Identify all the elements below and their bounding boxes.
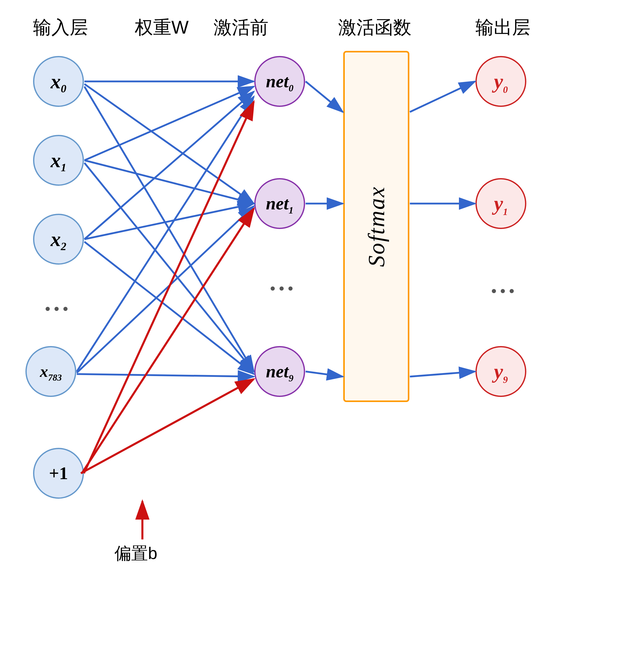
arrow-x1-net0 — [84, 87, 254, 160]
header-output-layer: 输出层 — [475, 15, 530, 40]
softmax-label: Softmax — [363, 186, 390, 267]
hidden-dots: ... — [270, 267, 296, 296]
header-pre-activation: 激活前 — [214, 15, 269, 40]
header-weight-w: 权重W — [135, 15, 189, 40]
arrow-net0-softmax — [306, 81, 343, 112]
input-dots: ... — [45, 288, 71, 317]
output-node-y9: y 9 — [475, 346, 526, 397]
header-input-layer: 输入层 — [33, 15, 88, 40]
arrow-x1-net1 — [84, 160, 254, 203]
input-node-x0: x 0 — [33, 56, 84, 107]
softmax-box: Softmax — [343, 51, 409, 402]
hidden-node-net1: net 1 — [254, 178, 305, 229]
hidden-node-net0: net 0 — [254, 56, 305, 107]
arrow-x2-net1 — [84, 203, 254, 239]
arrow-x0-net9 — [84, 87, 254, 371]
input-node-x1: x 1 — [33, 135, 84, 186]
arrow-net9-softmax — [306, 371, 343, 377]
arrow-bias-net9 — [81, 379, 254, 473]
arrows-svg — [0, 0, 627, 672]
arrow-x0-net1 — [84, 84, 254, 203]
diagram-container: 输入层 权重W 激活前 激活函数 输出层 x 0 x 1 x 2 ... x 7… — [0, 0, 627, 672]
header-activation-func: 激活函数 — [338, 15, 411, 40]
arrow-x1-net9 — [84, 163, 254, 371]
arrow-softmax-y9 — [410, 371, 475, 377]
input-node-x783: x 783 — [25, 346, 76, 397]
output-node-y0: y 0 — [475, 56, 526, 107]
arrow-bias-net0 — [84, 102, 254, 473]
hidden-node-net9: net 9 — [254, 346, 305, 397]
bias-label: 偏置b — [115, 542, 157, 565]
arrow-x783-net0 — [77, 97, 254, 371]
arrow-bias-net1 — [82, 209, 254, 473]
bias-node: +1 — [33, 448, 84, 499]
arrow-x783-net1 — [77, 206, 254, 373]
output-dots: ... — [491, 270, 518, 299]
arrow-softmax-y0 — [410, 81, 475, 112]
arrow-x2-net9 — [84, 242, 254, 374]
arrow-x2-net0 — [84, 92, 254, 239]
input-node-x2: x 2 — [33, 214, 84, 265]
arrow-x783-net9 — [77, 374, 254, 377]
output-node-y1: y 1 — [475, 178, 526, 229]
